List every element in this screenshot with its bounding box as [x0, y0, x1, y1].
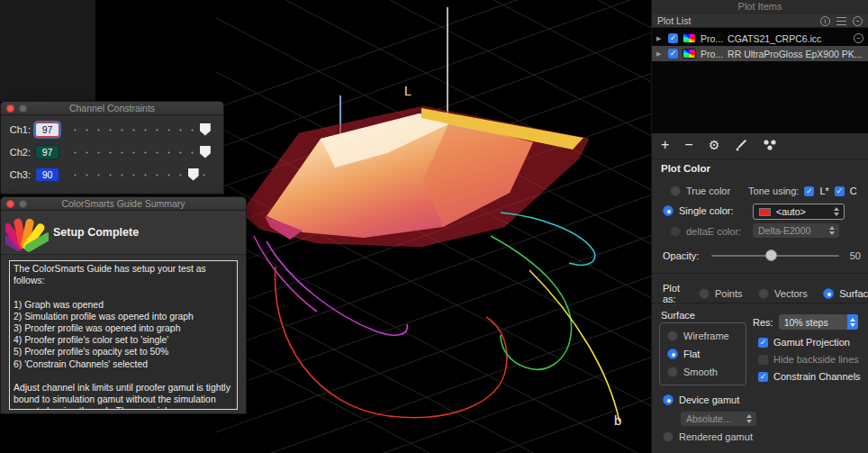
- plot-as-label: Plot as:: [663, 283, 685, 304]
- ch3-slider[interactable]: [68, 168, 216, 182]
- disclosure-icon[interactable]: ▶: [656, 50, 664, 58]
- tone-c-checkbox[interactable]: ✓: [835, 186, 845, 196]
- channel-constraints-titlebar[interactable]: Channel Constraints: [1, 102, 223, 115]
- plot-list: ▶ ✓ Pro... CGATS21_CRPC6.icc − ▶ ✓ Pro..…: [652, 28, 868, 133]
- tone-c-label: C: [850, 186, 857, 196]
- divider: [652, 159, 868, 159]
- colorsmarts-logo-icon: [5, 213, 49, 256]
- info-icon[interactable]: i: [820, 16, 830, 26]
- settings-gear-button[interactable]: ⚙: [709, 138, 720, 152]
- minimize-button[interactable]: [19, 200, 27, 208]
- plot-list-row[interactable]: ▶ ✓ Pro... CGATS21_CRPC6.icc −: [652, 31, 868, 46]
- single-color-radio[interactable]: [663, 205, 674, 216]
- plot-as-row: Plot as: Points Vectors Surface: [663, 283, 868, 304]
- deltae-color-radio[interactable]: [670, 226, 681, 237]
- hide-backside-label: Hide backside lines: [773, 354, 859, 365]
- window-title: Channel Constraints: [1, 102, 223, 115]
- channel-row: Ch1: 97: [6, 122, 216, 138]
- single-color-label: Single color:: [679, 205, 734, 216]
- true-color-radio[interactable]: [670, 186, 681, 196]
- gamut-color-icon: [683, 49, 696, 59]
- wireframe-radio[interactable]: [667, 331, 678, 341]
- visibility-checkbox[interactable]: ✓: [668, 49, 678, 59]
- flat-radio[interactable]: [667, 349, 678, 359]
- rendered-gamut-label: Rendered gamut: [679, 431, 753, 442]
- remove-profile-button[interactable]: −: [684, 138, 692, 152]
- channel-row: Ch2: 97: [6, 144, 216, 160]
- colorsmarts-header-strip: Setup Complete: [1, 211, 246, 255]
- plot-as-points-radio[interactable]: [699, 288, 710, 299]
- axis-b-label: b: [614, 412, 621, 428]
- popup-chevrons-icon: [744, 414, 755, 423]
- surface-section-label: Surface: [661, 310, 695, 321]
- guide-summary-text: The ColorSmarts Guide has setup your tes…: [9, 260, 238, 410]
- device-gamut-row: Device gamut: [663, 394, 739, 405]
- resolution-row: Res: 10% steps: [753, 314, 858, 330]
- slider-ticks: [69, 146, 214, 159]
- single-color-row: Single color:: [663, 205, 734, 216]
- ch2-value-field[interactable]: 97: [35, 145, 59, 159]
- group-items-button[interactable]: [763, 139, 778, 151]
- ch1-value-field[interactable]: 97: [35, 122, 59, 137]
- ch1-slider[interactable]: [68, 123, 216, 137]
- ch2-label: Ch2:: [6, 147, 31, 158]
- profile-prefix: Pro...: [701, 33, 723, 44]
- collapse-icon[interactable]: −: [853, 16, 863, 26]
- close-button[interactable]: [6, 104, 14, 113]
- disclosure-icon[interactable]: ▶: [656, 35, 664, 42]
- tone-l-checkbox[interactable]: ✓: [804, 186, 814, 196]
- hide-backside-checkbox[interactable]: [758, 355, 768, 365]
- tone-l-label: L*: [819, 186, 828, 196]
- plot-as-vectors-label: Vectors: [774, 288, 808, 299]
- single-color-popup[interactable]: <auto>: [753, 204, 845, 220]
- close-button[interactable]: [6, 200, 14, 208]
- rendering-intent-popup[interactable]: Absolute...: [681, 412, 756, 426]
- opacity-slider[interactable]: [711, 249, 839, 262]
- profile-name: CGATS21_CRPC6.icc: [728, 33, 821, 44]
- resolution-popup[interactable]: 10% steps: [779, 314, 858, 330]
- plot-as-surface-radio[interactable]: [823, 288, 834, 299]
- gamut-projection-checkbox[interactable]: ✓: [758, 338, 768, 348]
- ch3-value-field[interactable]: 90: [35, 168, 59, 182]
- plot-list-row-selected[interactable]: ▶ ✓ Pro... RR UltraProGloss EpX900 PK...: [652, 46, 868, 61]
- add-profile-button[interactable]: +: [661, 138, 669, 152]
- rendered-gamut-radio[interactable]: [663, 431, 674, 442]
- popup-chevrons-icon: [827, 226, 837, 235]
- wireframe-row: Wireframe: [667, 331, 746, 341]
- flat-row: Flat: [667, 349, 746, 359]
- slider-thumb[interactable]: [765, 249, 777, 261]
- list-menu-icon[interactable]: [836, 17, 846, 25]
- visibility-checkbox[interactable]: ✓: [668, 33, 678, 43]
- remove-item-icon[interactable]: −: [854, 33, 863, 43]
- ch2-slider[interactable]: [68, 146, 216, 159]
- plot-list-label: Plot List: [657, 15, 691, 26]
- deltae-method-popup[interactable]: Delta-E2000: [753, 223, 839, 238]
- deltae-color-label: deltaE color:: [686, 226, 741, 237]
- hide-backside-row: Hide backside lines: [758, 354, 859, 365]
- device-gamut-radio[interactable]: [663, 394, 674, 405]
- gamut-projection-label: Gamut Projection: [773, 337, 850, 348]
- minimize-button[interactable]: [19, 104, 27, 113]
- deltae-method-value: Delta-E2000: [758, 225, 810, 236]
- profile-prefix: Pro...: [701, 49, 723, 59]
- true-color-row: True color Tone using: ✓ L* ✓ C: [670, 186, 857, 196]
- plot-as-vectors-radio[interactable]: [758, 288, 769, 299]
- constrain-channels-checkbox[interactable]: ✓: [758, 372, 768, 382]
- rendered-gamut-row: Rendered gamut: [663, 431, 753, 442]
- tone-using-label: Tone using:: [748, 186, 799, 196]
- smooth-row: Smooth: [667, 367, 746, 377]
- res-label: Res:: [753, 317, 773, 328]
- colorthink-app-window: L b Channel Constraints Ch1: 97 Ch2: 97 …: [0, 0, 868, 453]
- opacity-label: Opacity:: [663, 250, 706, 261]
- gamut-color-icon: [683, 33, 696, 43]
- smooth-label: Smooth: [683, 367, 718, 377]
- single-color-value: <auto>: [776, 206, 806, 217]
- plot-list-header: Plot List i −: [652, 14, 868, 28]
- device-gamut-label: Device gamut: [679, 394, 739, 405]
- panel-title: Plot Items: [652, 1, 868, 12]
- divider: [652, 303, 868, 304]
- axis-L-label: L: [404, 84, 411, 98]
- measure-dropper-button[interactable]: [735, 139, 747, 152]
- smooth-radio[interactable]: [667, 367, 678, 377]
- colorsmarts-titlebar[interactable]: ColorSmarts Guide Summary: [1, 197, 246, 211]
